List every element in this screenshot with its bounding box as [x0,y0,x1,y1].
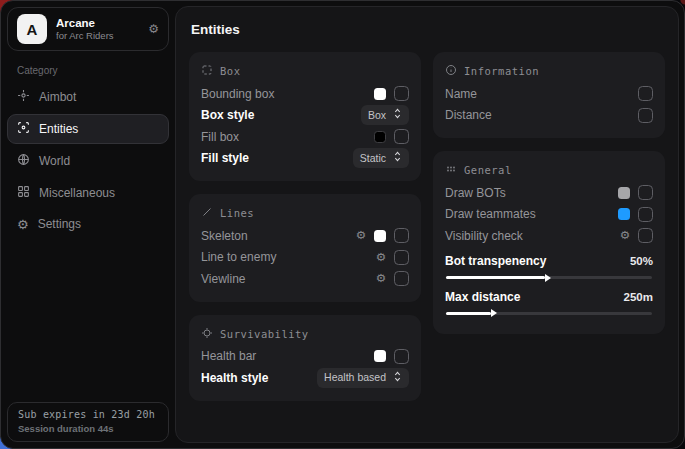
sidebar-item-settings[interactable]: ⚙ Settings [7,210,169,238]
health-bar-color-swatch[interactable] [374,350,386,362]
chevrons-up-down-icon [393,151,402,165]
card-information: Information Name Distance [433,52,665,138]
row-draw-bots: Draw BOTs [445,182,653,204]
row-health-bar: Health bar [201,346,409,368]
bounding-box-color-swatch[interactable] [374,88,386,100]
card-title: Box [220,65,240,77]
name-label: Name [445,87,477,101]
page-title: Entities [191,22,663,37]
card-title: General [464,164,512,176]
row-fill-style: Fill style Static [201,148,409,170]
fill-box-color-swatch[interactable] [374,131,386,143]
row-max-distance: Max distance 250m [445,286,653,308]
distance-checkbox[interactable] [638,108,653,123]
scan-eye-icon [17,121,30,137]
card-lines: Lines Skeleton ⚙ Line to enemy ⚙ [189,194,421,302]
sidebar-item-label: Entities [39,122,78,136]
session-duration-text: Session duration 44s [18,423,158,434]
row-fill-box: Fill box [201,126,409,148]
row-line-to-enemy: Line to enemy ⚙ [201,247,409,269]
draw-bots-color-swatch[interactable] [618,187,630,199]
skeleton-checkbox[interactable] [394,228,409,243]
sidebar-item-label: World [39,154,70,168]
brand-settings-button[interactable]: ⚙ [148,22,159,36]
card-title: Survivability [220,328,309,340]
row-box-style: Box style Box [201,105,409,127]
app-window: A Arcane for Arc Riders ⚙ Category Aimbo… [0,0,685,449]
health-style-dropdown[interactable]: Health based [317,368,409,388]
name-checkbox[interactable] [638,86,653,101]
health-bar-label: Health bar [201,349,256,363]
bounding-box-label: Bounding box [201,87,274,101]
bounding-box-checkbox[interactable] [394,86,409,101]
card-general: General Draw BOTs Draw teammates [433,151,665,334]
line-icon [201,206,213,220]
max-distance-label: Max distance [445,290,520,304]
viewline-checkbox[interactable] [394,271,409,286]
sidebar-item-world[interactable]: World [7,146,169,176]
sidebar-item-label: Settings [38,217,81,231]
box-style-dropdown[interactable]: Box [361,105,409,125]
visibility-check-settings-icon[interactable]: ⚙ [620,230,630,242]
bot-transparency-label: Bot transpenency [445,254,546,268]
draw-teammates-checkbox[interactable] [638,207,653,222]
line-to-enemy-settings-icon[interactable]: ⚙ [376,252,386,264]
row-health-style: Health style Health based [201,367,409,389]
slider-fill [446,312,491,315]
row-distance: Distance [445,105,653,127]
row-bot-transparency: Bot transpenency 50% [445,251,653,273]
bounding-box-icon [201,64,213,78]
draw-teammates-color-swatch[interactable] [618,208,630,220]
viewline-settings-icon[interactable]: ⚙ [376,273,386,285]
survivability-icon [201,327,213,341]
draw-bots-checkbox[interactable] [638,185,653,200]
sub-expiry-text: Sub expires in 23d 20h [18,409,158,420]
row-draw-teammates: Draw teammates [445,204,653,226]
globe-icon [17,153,30,169]
skeleton-color-swatch[interactable] [374,230,386,242]
dropdown-value: Static [360,152,386,165]
sidebar-item-entities[interactable]: Entities [7,114,169,144]
info-icon [445,64,457,78]
chevrons-up-down-icon [393,108,402,122]
sidebar: A Arcane for Arc Riders ⚙ Category Aimbo… [1,1,175,448]
visibility-check-checkbox[interactable] [638,228,653,243]
row-skeleton: Skeleton ⚙ [201,225,409,247]
chevrons-up-down-icon [393,371,402,385]
max-distance-value: 250m [624,291,653,303]
card-survivability: Survivability Health bar Health style [189,315,421,401]
health-bar-checkbox[interactable] [394,349,409,364]
sidebar-item-label: Aimbot [39,90,76,104]
dots-grid-icon [445,163,457,177]
viewline-label: Viewline [201,272,245,286]
visibility-check-label: Visibility check [445,229,523,243]
health-style-label: Health style [201,371,268,385]
card-title: Lines [220,207,254,219]
fill-style-label: Fill style [201,151,249,165]
draw-teammates-label: Draw teammates [445,207,536,221]
brand-name: Arcane [56,16,114,30]
skeleton-label: Skeleton [201,229,248,243]
card-title: Information [464,65,539,77]
sidebar-item-aimbot[interactable]: Aimbot [7,82,169,112]
subscription-info-card: Sub expires in 23d 20h Session duration … [7,402,169,442]
fill-box-checkbox[interactable] [394,129,409,144]
dropdown-value: Box [368,109,386,122]
row-bounding-box: Bounding box [201,83,409,105]
content-panel: Entities Box Bounding box [175,6,679,443]
line-to-enemy-label: Line to enemy [201,250,276,264]
crosshair-icon [17,89,30,105]
gear-icon: ⚙ [17,218,29,231]
avatar: A [17,14,47,44]
sidebar-item-miscellaneous[interactable]: Miscellaneous [7,178,169,208]
draw-bots-label: Draw BOTs [445,186,506,200]
max-distance-slider[interactable] [446,312,652,315]
row-viewline: Viewline ⚙ [201,268,409,290]
sidebar-item-label: Miscellaneous [39,186,115,200]
skeleton-settings-icon[interactable]: ⚙ [356,230,366,242]
line-to-enemy-checkbox[interactable] [394,250,409,265]
fill-style-dropdown[interactable]: Static [353,148,409,168]
bot-transparency-slider[interactable] [446,276,652,279]
gear-icon: ⚙ [148,22,159,36]
row-visibility-check: Visibility check ⚙ [445,225,653,247]
